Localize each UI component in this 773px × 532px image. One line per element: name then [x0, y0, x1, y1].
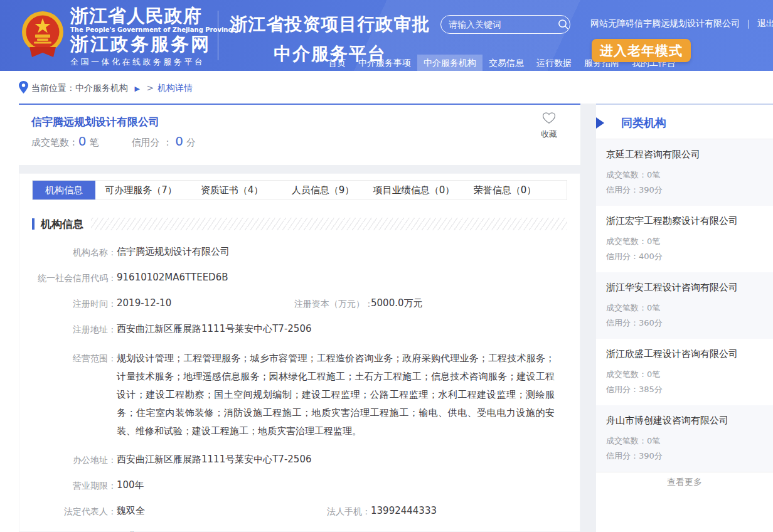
column-gap — [580, 104, 596, 532]
field-label: 机构名称： — [32, 247, 117, 257]
header-divider — [218, 11, 218, 60]
gov-title: 浙江省人民政府 — [70, 6, 218, 26]
similar-org-name[interactable]: 京延工程咨询有限公司 — [606, 149, 763, 161]
similar-org-credit: 信用分：385分 — [606, 382, 763, 397]
nav-item[interactable]: 中介服务事项 — [352, 55, 417, 71]
similar-org-item[interactable]: 浙江宏宇工程勘察设计有限公司成交笔数：0笔信用分：400分 — [596, 206, 773, 272]
section-accent-bar — [32, 218, 35, 230]
similar-org-item[interactable]: 浙江华安工程设计咨询有限公司成交笔数：0笔信用分：360分 — [596, 272, 773, 339]
field-value: 西安曲江新区雁展路1111号莱安中心T7-2506 — [117, 454, 311, 464]
field-label: 注册时间： — [32, 298, 117, 309]
userbar-separator: ｜ — [744, 18, 753, 28]
breadcrumb-current-link[interactable]: 机构详情 — [157, 83, 193, 93]
nav-item[interactable]: 首页 — [322, 55, 352, 71]
breadcrumb-arrow-icon: ▶ — [134, 85, 139, 93]
similar-org-name[interactable]: 舟山市博创建设咨询有限公司 — [606, 415, 763, 427]
field-label: 办公地址： — [32, 454, 117, 465]
national-emblem-icon — [21, 6, 64, 66]
nav-item[interactable]: 交易信息 — [482, 55, 530, 71]
field-label: 法定代表人： — [32, 506, 117, 516]
similar-org-credit: 信用分：390分 — [606, 183, 763, 198]
location-pin-icon — [19, 81, 28, 96]
breadcrumb-prefix: 当前位置： — [31, 83, 75, 93]
similar-org-credit: 信用分：360分 — [606, 316, 763, 331]
deal-count-value: 0 — [78, 134, 87, 149]
field-row: 法定代表人：魏双全法人手机：13992444333 — [32, 506, 567, 516]
section-hatch-decoration — [91, 218, 567, 230]
field-row: 经营范围：规划设计管理；工程管理服务；城乡市容管理；工程造价咨询业务；政府采购代… — [32, 349, 567, 440]
field-value: 5000.0万元 — [371, 298, 423, 308]
field-label: 法人手机： — [294, 506, 371, 516]
field-row: 统一社会信用代码：91610102MA6TTEED6B — [32, 272, 567, 283]
similar-org-item[interactable]: 舟山市博创建设咨询有限公司成交笔数：0笔信用分：390分 — [596, 405, 773, 472]
similar-org-deals: 成交笔数：0笔 — [606, 234, 763, 249]
accessibility-link[interactable]: 网站无障碍 — [590, 18, 634, 28]
nav-item[interactable]: 运行数据 — [530, 55, 578, 71]
deal-count-label: 成交笔数 : — [31, 137, 75, 149]
field-value: 100年 — [117, 480, 144, 490]
user-bar: 网站无障碍信宇腾远规划设计有限公司｜退出 — [590, 18, 773, 29]
sidebar-title: 同类机构 — [621, 115, 666, 130]
field-row: 注册地址：西安曲江新区雁展路1111号莱安中心T7-2506 — [32, 324, 567, 334]
org-stats: 成交笔数 : 0 笔 信用分 ： 0 分 — [31, 134, 196, 149]
field-row: 注册时间：2019-12-10注册资本（万元）：5000.0万元 — [32, 298, 567, 309]
tab[interactable]: 可办理服务（7） — [95, 181, 186, 200]
breadcrumb-section-link[interactable]: 中介服务机构 — [75, 83, 128, 93]
similar-org-credit: 信用分：400分 — [606, 249, 763, 264]
similar-org-deals: 成交笔数：0笔 — [606, 367, 763, 382]
portal-subtitle: 全国一体化在线政务服务平台 — [70, 56, 218, 68]
detail-tabs: 机构信息可办理服务（7）资质证书（4）人员信息（9）项目业绩信息（0）荣誉信息（… — [32, 180, 567, 200]
field-value: 规划设计管理；工程管理服务；城乡市容管理；工程造价咨询业务；政府采购代理业务；工… — [117, 349, 555, 440]
user-name-link[interactable]: 信宇腾远规划设计有限公司 — [634, 18, 740, 28]
search-icon[interactable] — [558, 19, 569, 30]
heart-icon[interactable] — [541, 115, 557, 127]
field-value: 西安曲江新区雁展路1111号莱安中心T7-2506 — [117, 324, 311, 334]
view-more-link[interactable]: 查看更多 — [596, 472, 773, 491]
elder-mode-button[interactable]: 进入老年模式 — [592, 39, 691, 62]
similar-org-name[interactable]: 浙江欣盛工程设计咨询有限公司 — [606, 348, 763, 360]
credit-score-unit: 分 — [186, 137, 196, 149]
field-label: 注册地址： — [32, 324, 117, 334]
nav-item[interactable]: 中介服务机构 — [417, 55, 482, 71]
field-label: 经营范围： — [32, 349, 117, 368]
card-gap — [19, 165, 580, 173]
portal-title: 浙江政务服务网 — [70, 34, 218, 55]
tab[interactable]: 荣誉信息（0） — [459, 181, 550, 200]
breadcrumb: 当前位置：中介服务机构 ▶ >机构详情 — [0, 71, 773, 104]
favorite-label[interactable]: 收藏 — [535, 129, 563, 140]
site-header: 浙江省人民政府 The People's Government of Zheji… — [0, 0, 773, 71]
breadcrumb-separator: > — [146, 83, 154, 93]
tab[interactable]: 项目业绩信息（0） — [368, 181, 459, 200]
similar-org-name[interactable]: 浙江宏宇工程勘察设计有限公司 — [606, 215, 763, 227]
gov-logo-text: 浙江省人民政府 The People's Government of Zheji… — [70, 6, 218, 68]
org-name: 信宇腾远规划设计有限公司 — [31, 115, 159, 129]
section-header: 机构信息 — [32, 218, 567, 230]
field-row: 机构名称：信宇腾远规划设计有限公司 — [32, 247, 567, 257]
credit-score-value: 0 — [175, 134, 183, 149]
field-value: 信宇腾远规划设计有限公司 — [117, 247, 230, 257]
tab[interactable]: 人员信息（9） — [277, 181, 368, 200]
favorite-button[interactable]: 收藏 — [535, 111, 563, 140]
org-summary-card: 信宇腾远规划设计有限公司 成交笔数 : 0 笔 信用分 ： 0 分 收藏 — [19, 104, 580, 165]
sidebar-arrow-icon — [596, 117, 604, 131]
deal-count-unit: 笔 — [90, 137, 99, 149]
field-row: 营业期限：100年 — [32, 480, 567, 491]
field-label: 注册资本（万元）： — [294, 298, 371, 309]
field-value: 魏双全 — [117, 506, 294, 516]
search-input[interactable] — [449, 19, 558, 29]
similar-org-deals: 成交笔数：0笔 — [606, 168, 763, 183]
org-detail-card: 机构信息可办理服务（7）资质证书（4）人员信息（9）项目业绩信息（0）荣誉信息（… — [19, 173, 580, 532]
logout-link[interactable]: 退出 — [757, 18, 773, 28]
similar-org-name[interactable]: 浙江华安工程设计咨询有限公司 — [606, 282, 763, 294]
tab[interactable]: 资质证书（4） — [186, 181, 277, 200]
site-title-line1: 浙江省投资项目行政审批 — [226, 13, 434, 36]
similar-org-deals: 成交笔数：0笔 — [606, 301, 763, 316]
similar-org-item[interactable]: 浙江欣盛工程设计咨询有限公司成交笔数：0笔信用分：385分 — [596, 339, 773, 405]
field-value: 91610102MA6TTEED6B — [117, 272, 228, 282]
tab[interactable]: 机构信息 — [33, 181, 95, 200]
header-search[interactable] — [440, 15, 570, 34]
field-label: 统一社会信用代码： — [32, 272, 117, 283]
info-rows: 机构名称：信宇腾远规划设计有限公司统一社会信用代码：91610102MA6TTE… — [32, 247, 567, 532]
similar-org-item[interactable]: 京延工程咨询有限公司成交笔数：0笔信用分：390分 — [596, 139, 773, 206]
credit-score-label: 信用分 ： — [132, 137, 173, 149]
